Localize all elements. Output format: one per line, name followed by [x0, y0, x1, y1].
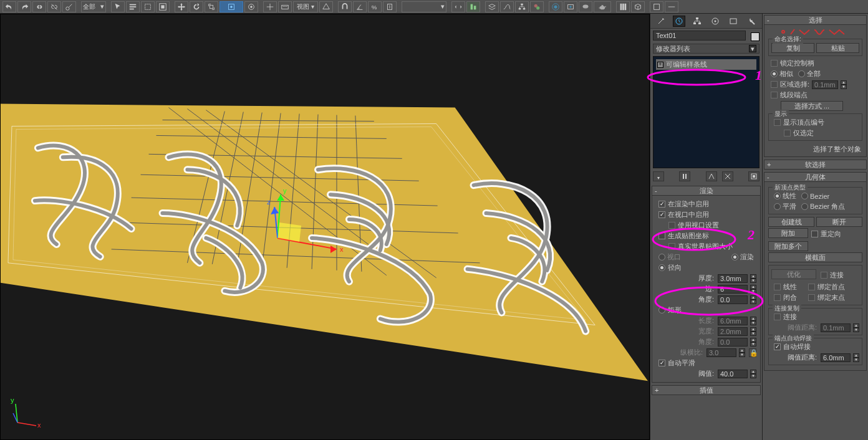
select-rect-button[interactable] — [141, 1, 155, 12]
auto-smooth-row[interactable]: 自动平滑 — [656, 358, 756, 368]
render-mode-radio[interactable]: 渲染 — [731, 252, 754, 262]
select-by-button[interactable]: 选择方式 ... — [781, 101, 843, 111]
view-button[interactable]: 视图 ▾ — [293, 1, 318, 12]
pin-stack-button[interactable] — [653, 171, 664, 181]
attach-mult-button[interactable]: 附加多个 — [768, 241, 808, 251]
bezier-corner-radio[interactable]: Bezier 角点 — [801, 202, 845, 211]
angle-snap[interactable] — [353, 1, 367, 12]
select-manip-button[interactable] — [263, 1, 277, 12]
spinner-arrows[interactable]: ▲▼ — [750, 295, 756, 304]
curve-editor[interactable] — [500, 1, 514, 12]
rollout-selection-header[interactable]: -选择 — [764, 15, 867, 25]
render-frame[interactable] — [564, 1, 577, 12]
linear-radio[interactable]: 线性 — [774, 191, 796, 201]
teapot-large[interactable] — [594, 1, 611, 12]
gen-map-coords-row[interactable]: 生成贴图坐标 — [656, 231, 756, 241]
mirror-button[interactable] — [451, 1, 465, 12]
sel-filter[interactable]: 全部▾ — [81, 1, 106, 12]
move-button[interactable] — [175, 1, 188, 12]
modifier-list-dropdown[interactable]: 修改器列表 ▾ — [653, 44, 760, 54]
grid-col-button[interactable] — [616, 1, 630, 12]
tab-utilities[interactable] — [745, 16, 758, 27]
sides-input[interactable]: 6 — [718, 285, 748, 294]
named-sel-drop[interactable]: ▾ — [402, 1, 446, 12]
radio[interactable] — [658, 254, 665, 261]
persp-icon[interactable] — [319, 1, 333, 12]
persp-cube-button[interactable] — [631, 1, 645, 12]
sides-spinner[interactable]: 边:6▲▼ — [656, 284, 756, 294]
rollout-soft-selection-header[interactable]: +软选择 — [764, 160, 867, 170]
keyboard-button[interactable] — [278, 1, 292, 12]
spinner-arrows[interactable]: ▲▼ — [750, 285, 756, 294]
bind-button[interactable] — [62, 1, 76, 12]
tab-motion[interactable] — [709, 16, 721, 27]
snap-toggle[interactable] — [338, 1, 352, 12]
unlink-button[interactable] — [47, 1, 61, 12]
percent-snap[interactable]: % — [368, 1, 382, 12]
object-name-field[interactable]: Text01 — [653, 31, 746, 41]
object-color-swatch[interactable] — [751, 32, 760, 41]
make-unique-button[interactable] — [706, 171, 717, 181]
spinner-snap[interactable] — [383, 1, 397, 12]
rollout-interpolation-header[interactable]: + 插值 — [652, 385, 761, 395]
select-window-button[interactable] — [156, 1, 170, 12]
rollout-rendering-header[interactable]: - 渲染 — [652, 186, 761, 196]
radio[interactable] — [658, 307, 665, 313]
perspective-viewport[interactable]: x y z x y — [0, 14, 650, 440]
angle-spinner[interactable]: 角度:0.0▲▼ — [656, 295, 756, 304]
ref-coord-button[interactable] — [219, 1, 243, 12]
checkbox[interactable] — [658, 232, 665, 239]
viewport-mode-radio[interactable]: 视口 — [658, 252, 681, 262]
checkbox[interactable] — [658, 201, 665, 208]
create-line-button[interactable]: 创建线 — [768, 217, 814, 227]
misc2[interactable] — [665, 1, 678, 12]
plus-icon[interactable]: + — [657, 62, 663, 68]
cross-section-button[interactable]: 横截面 — [768, 252, 862, 262]
radial-radio-row[interactable]: 径向 — [656, 263, 756, 272]
checkbox[interactable] — [658, 360, 665, 366]
configure-button[interactable] — [748, 171, 760, 181]
reorient-row[interactable]: 重定向 — [810, 229, 862, 239]
all-radio[interactable]: 全部 — [798, 69, 821, 79]
threshold-spinner[interactable]: 阈值:40.0▲▼ — [656, 369, 756, 378]
radio[interactable] — [731, 254, 738, 261]
attach-button[interactable]: 附加 — [768, 228, 808, 238]
enable-in-render-row[interactable]: 在渲染中启用 — [656, 199, 756, 209]
angle-input[interactable]: 0.0 — [718, 295, 748, 304]
thickness-input[interactable]: 3.0mm — [718, 274, 748, 283]
auto-weld-row[interactable]: 自动焊接 — [771, 342, 859, 352]
undo-button[interactable] — [2, 1, 16, 12]
select-name-button[interactable] — [126, 1, 140, 12]
tab-display[interactable] — [727, 16, 740, 27]
modifier-stack-item[interactable]: + 可编辑样条线 — [656, 59, 756, 70]
material-editor[interactable] — [530, 1, 544, 12]
pivot-button[interactable] — [244, 1, 258, 12]
schematic-button[interactable] — [515, 1, 529, 12]
bezier-radio[interactable]: Bezier — [801, 191, 829, 201]
show-end-button[interactable] — [679, 171, 690, 181]
radio[interactable] — [658, 264, 665, 271]
misc1[interactable] — [650, 1, 663, 12]
render-setup[interactable] — [549, 1, 562, 12]
align-button[interactable] — [466, 1, 480, 12]
select-button[interactable] — [111, 1, 125, 12]
redo-button[interactable] — [17, 1, 31, 12]
spinner-arrows[interactable]: ▲▼ — [750, 274, 756, 283]
thickness-spinner[interactable]: 厚度:3.0mm▲▼ — [656, 274, 756, 283]
tab-hierarchy[interactable] — [691, 16, 703, 27]
checkbox[interactable] — [658, 211, 665, 218]
remove-mod-button[interactable] — [722, 171, 733, 181]
modifier-stack[interactable]: + 可编辑样条线 — [653, 56, 760, 168]
paste-button[interactable]: 粘贴 — [816, 43, 859, 53]
enable-in-viewport-row[interactable]: 在视口中启用 — [656, 210, 756, 219]
break-button[interactable]: 断开 — [816, 217, 862, 227]
layer-button[interactable] — [485, 1, 499, 12]
similar-radio[interactable]: 相似 — [771, 69, 793, 79]
rollout-geometry-header[interactable]: -几何体 — [764, 172, 867, 182]
lock-icon[interactable]: 🔒 — [749, 348, 756, 357]
copy-button[interactable]: 复制 — [771, 43, 814, 53]
rect-radio-row[interactable]: 矩形 — [656, 305, 756, 315]
tab-create[interactable] — [655, 16, 667, 27]
rotate-button[interactable] — [190, 1, 203, 12]
scale-button[interactable] — [205, 1, 218, 12]
